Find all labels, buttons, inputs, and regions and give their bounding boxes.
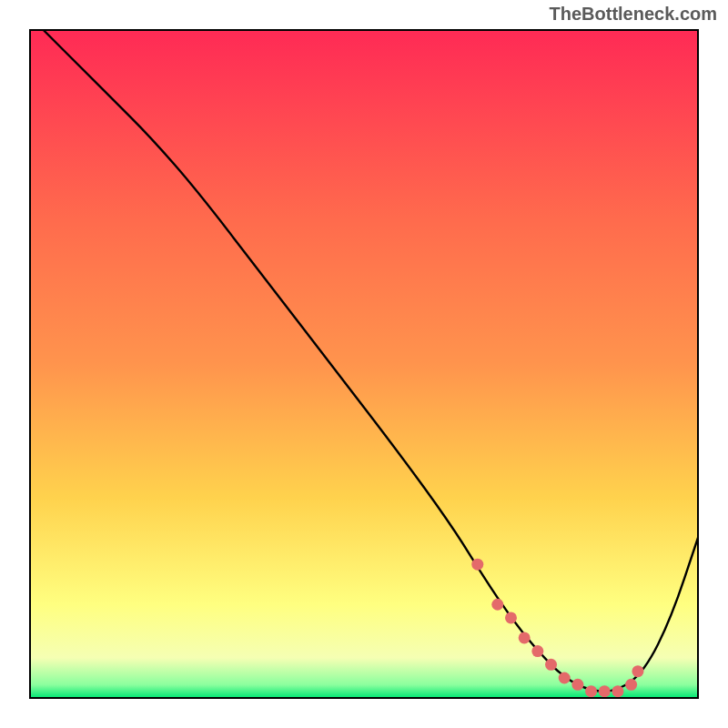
- highlight-marker: [559, 672, 571, 683]
- highlight-marker: [505, 612, 517, 623]
- highlight-marker: [585, 685, 597, 697]
- highlight-marker: [519, 632, 531, 643]
- plot-background: [30, 30, 698, 698]
- highlight-marker: [571, 679, 583, 691]
- highlight-marker: [612, 685, 623, 697]
- highlight-marker: [599, 685, 611, 697]
- bottleneck-chart: [0, 0, 728, 728]
- watermark-text: TheBottleneck.com: [550, 4, 717, 25]
- highlight-marker: [625, 679, 637, 691]
- highlight-marker: [491, 599, 503, 611]
- highlight-marker: [471, 559, 483, 571]
- highlight-marker: [632, 665, 643, 677]
- highlight-marker: [545, 659, 557, 671]
- chart-stage: TheBottleneck.com: [0, 0, 728, 728]
- highlight-marker: [531, 645, 543, 657]
